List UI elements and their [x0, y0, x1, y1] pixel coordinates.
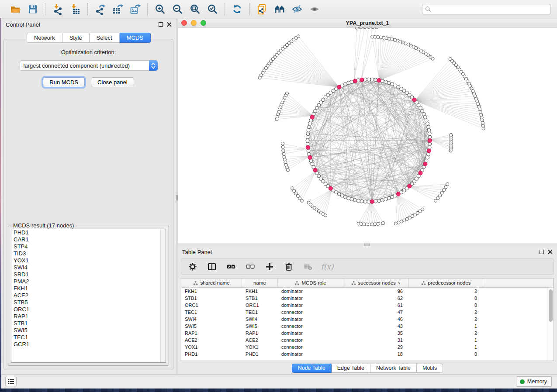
mcds-result-item[interactable]: STB1 [11, 320, 166, 327]
mcds-node[interactable] [306, 145, 310, 149]
export-network-button[interactable] [93, 2, 107, 16]
mcds-node[interactable] [337, 85, 341, 89]
network-node[interactable] [286, 168, 289, 172]
network-node[interactable] [347, 81, 350, 85]
tab-motifs[interactable]: Motifs [417, 364, 443, 373]
network-node[interactable] [391, 83, 394, 86]
table-row[interactable]: ORC1ORC1dominator610 [181, 302, 554, 309]
mcds-result-item[interactable]: STP4 [11, 243, 166, 250]
tab-edge-table[interactable]: Edge Table [332, 364, 370, 373]
cell-successor-nodes[interactable]: 61 [343, 302, 409, 309]
cell-name[interactable]: SWI5 [242, 323, 278, 330]
network-node[interactable] [428, 132, 431, 135]
cell-shared-name[interactable]: ACE2 [181, 337, 242, 344]
mcds-node[interactable] [329, 186, 332, 190]
mcds-result-item[interactable]: RAP1 [11, 313, 166, 320]
cell-predecessor-nodes[interactable]: 1 [409, 344, 483, 351]
network-node[interactable] [377, 199, 381, 203]
show-all-button[interactable] [307, 2, 322, 16]
mcds-node[interactable] [412, 98, 416, 102]
mcds-node[interactable] [310, 115, 314, 119]
mcds-result-item[interactable]: SRD1 [11, 271, 166, 278]
cell-shared-name[interactable]: YOX1 [181, 344, 242, 351]
network-graph[interactable] [178, 28, 557, 243]
mcds-result-item[interactable]: STB5 [11, 299, 166, 306]
mcds-node[interactable] [423, 162, 427, 166]
network-node[interactable] [258, 76, 261, 79]
cell-name[interactable]: ACE2 [242, 337, 278, 344]
mcds-list-scrollbar[interactable] [160, 229, 166, 362]
cell-shared-name[interactable]: SWI4 [181, 316, 242, 323]
network-node[interactable] [428, 146, 431, 149]
hide-selected-button[interactable] [290, 2, 304, 16]
network-node[interactable] [421, 208, 424, 211]
gear-button[interactable] [187, 261, 198, 272]
mcds-node[interactable] [370, 199, 374, 203]
table-scrollbar-thumb[interactable] [549, 289, 553, 322]
table-row[interactable]: SWI4SWI4dominator462 [181, 316, 554, 323]
close-table-panel-icon[interactable] [548, 250, 553, 254]
close-panel-icon[interactable] [167, 22, 172, 27]
network-node[interactable] [440, 191, 443, 194]
network-node[interactable] [360, 199, 363, 203]
network-node[interactable] [307, 129, 310, 132]
cell-successor-nodes[interactable]: 43 [343, 323, 409, 330]
mcds-result-item[interactable]: ACE2 [11, 292, 166, 299]
zoom-selected-button[interactable] [205, 2, 220, 16]
network-node[interactable] [387, 81, 391, 85]
cell-predecessor-nodes[interactable]: 0 [409, 302, 483, 309]
column-header-predecessor-nodes[interactable]: predecessor nodes [409, 279, 483, 287]
cell-MCDS-role[interactable]: dominator [278, 330, 343, 337]
mcds-result-item[interactable]: FKH1 [11, 285, 166, 292]
cell-successor-nodes[interactable]: 47 [343, 309, 409, 316]
mcds-result-item[interactable]: ORC1 [11, 306, 166, 313]
network-node[interactable] [343, 195, 347, 199]
cell-predecessor-nodes[interactable]: 2 [409, 330, 483, 337]
cell-MCDS-role[interactable]: dominator [278, 295, 343, 302]
network-node[interactable] [427, 125, 430, 129]
cell-name[interactable]: TEC1 [242, 309, 278, 316]
network-node[interactable] [353, 199, 357, 202]
network-node[interactable] [367, 78, 370, 81]
network-node[interactable] [355, 28, 358, 29]
network-node[interactable] [367, 28, 370, 29]
network-node[interactable] [370, 78, 374, 81]
tab-network[interactable]: Network [27, 33, 62, 43]
cell-successor-nodes[interactable]: 18 [343, 351, 409, 358]
tab-select[interactable]: Select [90, 33, 120, 43]
task-history-button[interactable] [5, 377, 17, 386]
network-node[interactable] [374, 199, 377, 203]
mcds-node[interactable] [313, 168, 317, 172]
mcds-result-item[interactable]: YOX1 [11, 257, 166, 264]
cell-MCDS-role[interactable]: connector [278, 344, 343, 351]
table-row[interactable]: ACE2ACE2connector311 [181, 337, 554, 344]
cell-MCDS-role[interactable]: connector [278, 309, 343, 316]
tab-node-table[interactable]: Node Table [292, 364, 332, 373]
network-node[interactable] [371, 28, 374, 29]
refresh-layout-button[interactable] [230, 2, 245, 16]
network-node[interactable] [382, 222, 385, 225]
cell-name[interactable]: YOX1 [242, 344, 278, 351]
mcds-node[interactable] [427, 149, 431, 153]
cell-MCDS-role[interactable]: connector [278, 337, 343, 344]
network-node[interactable] [434, 199, 437, 202]
cell-name[interactable]: SWI4 [242, 316, 278, 323]
mcds-result-list[interactable]: PHD1CAR1STP4TID3YOX1SWI4SRD1PMA2FKH1ACE2… [11, 229, 166, 363]
column-header-name[interactable]: name [242, 279, 278, 287]
cell-successor-nodes[interactable]: 62 [343, 295, 409, 302]
mcds-result-item[interactable]: TID3 [11, 250, 166, 257]
network-node[interactable] [384, 198, 387, 201]
deselect-all-button[interactable] [245, 261, 256, 272]
delete-column-button[interactable] [284, 261, 294, 272]
column-header-shared-name[interactable]: shared name [181, 279, 242, 287]
select-all-button[interactable] [226, 261, 236, 272]
save-session-button[interactable] [25, 2, 40, 16]
table-row[interactable]: PHD1PHD1dominator180 [181, 351, 554, 358]
table-scrollbar[interactable] [547, 288, 554, 361]
mcds-node[interactable] [360, 78, 364, 82]
split-panel-button[interactable] [207, 261, 217, 272]
mcds-result-item[interactable]: SWI4 [11, 264, 166, 271]
optimization-criterion-dropdown[interactable]: largest connected component (undirected) [20, 60, 158, 71]
cell-successor-nodes[interactable]: 29 [343, 344, 409, 351]
cell-shared-name[interactable]: SWI5 [181, 323, 242, 330]
